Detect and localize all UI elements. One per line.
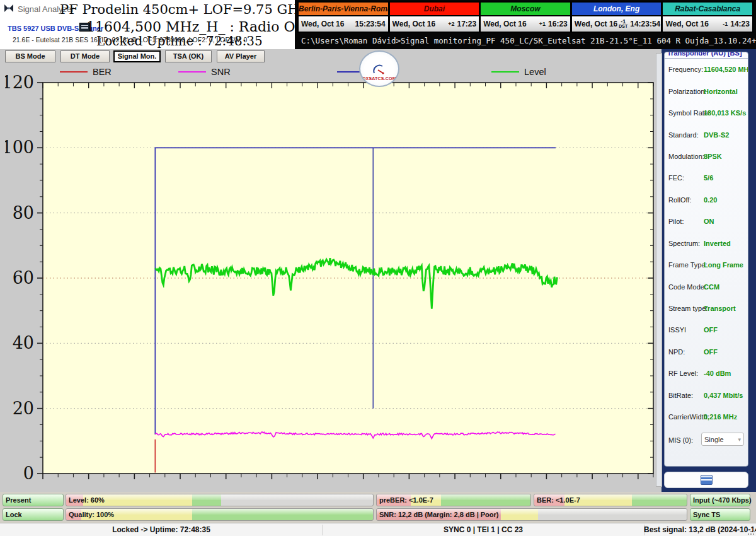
resize-grip[interactable] — [747, 527, 754, 535]
list-icon — [79, 23, 90, 32]
clock-time: 14:23:54 — [630, 20, 660, 28]
svg-text:20: 20 — [13, 399, 34, 418]
mis-value: Single — [704, 436, 724, 443]
row-label: NPD: — [668, 348, 685, 356]
row-value: Transport — [704, 305, 736, 312]
clock-4: Rabat-CasablancaWed, Oct 16-114:23 — [663, 3, 752, 32]
caption-uptime: Locked Uptime : 72:48:35 — [96, 33, 263, 49]
clock-0: Berlin-Paris-Vienna-RomaWed, Oct 1615:23… — [299, 3, 388, 32]
row-label: Modulation: — [668, 153, 704, 160]
svg-text:100: 100 — [5, 137, 34, 157]
svg-text:120: 120 — [5, 73, 34, 92]
clock-date: Wed, Oct 16 — [483, 20, 526, 28]
clock-1: DubaiWed, Oct 16+217:23 — [390, 3, 479, 32]
row-label: RF Level: — [668, 370, 698, 377]
statusbar-sync: SYNC 0 | TEI 1 | CC 23 — [323, 523, 644, 536]
present-indicator: Present — [3, 494, 64, 506]
svg-text:Level: Level — [524, 67, 546, 77]
input-indicator: Input (~470 Kbps) — [690, 494, 750, 506]
sync-ts-indicator: Sync TS — [690, 508, 750, 521]
svg-text:SNR: SNR — [211, 67, 231, 77]
statusbar: Locked -> Uptime: 72:48:35 SYNC 0 | TEI … — [0, 523, 756, 536]
transponder-row: Pilot:ON — [665, 211, 748, 232]
row-label: FEC: — [668, 174, 684, 182]
save-capture-button[interactable] — [664, 472, 748, 488]
clock-2: MoscowWed, Oct 16+116:23 — [481, 3, 570, 32]
level-bar: Level: 60% — [66, 494, 374, 506]
row-value: -40 dBm — [704, 370, 731, 377]
transponder-row: ISSYIOFF — [665, 319, 748, 341]
row-value: ON — [704, 218, 714, 225]
row-value: OFF — [704, 348, 718, 356]
row-value: Inverted — [704, 240, 731, 247]
row-label: Frame Type: — [668, 261, 707, 269]
row-value: 0,216 MHz — [704, 413, 737, 421]
transponder-row: FEC:5/6 — [665, 167, 748, 189]
row-value: DVB-S2 — [704, 131, 729, 139]
transponder-row: Code Mode:CCM — [665, 276, 748, 297]
row-value: 11604,520 MHz — [704, 66, 748, 73]
row-label: ISSYI — [668, 326, 686, 334]
clock-date: Wed, Oct 16 — [301, 20, 344, 28]
svg-text:80: 80 — [13, 203, 34, 223]
row-label: BitRate: — [668, 392, 693, 399]
clock-city: London, Eng — [572, 3, 662, 15]
row-value: 5/6 — [704, 174, 713, 182]
clock-utc-offset: -1 — [721, 22, 729, 26]
clock-date: Wed, Oct 16 — [575, 20, 617, 28]
status-bars-band: Present Level: 60% preBER: <1.0E-7 BER: … — [0, 492, 756, 523]
chevron-down-icon: ▾ — [738, 436, 741, 443]
app-icon — [4, 4, 14, 13]
svg-text:40: 40 — [13, 333, 34, 352]
row-label: Spectrum: — [668, 240, 700, 247]
world-clocks: Berlin-Paris-Vienna-RomaWed, Oct 1615:23… — [297, 1, 753, 33]
row-label: RollOff: — [668, 196, 691, 204]
row-value: Long Frame — [704, 261, 743, 269]
row-value: CCM — [704, 283, 719, 291]
transponder-row: CarrierWidth:0,216 MHz — [665, 406, 748, 428]
row-label: Code Mode: — [668, 283, 706, 291]
caption-frequency: 11604,500 MHz_H_ : Radio Oujda — [86, 19, 326, 35]
row-label: Polarization: — [668, 88, 707, 95]
clock-utc-offset: -1DST — [617, 20, 629, 28]
statusbar-uptime: Locked -> Uptime: 72:48:35 — [0, 523, 323, 536]
satellite-dish-icon — [372, 64, 386, 76]
transponder-row: Stream type:Transport — [665, 298, 748, 319]
console-prompt: C:\Users\Roman Dávid>Signal monitoring_P… — [301, 36, 756, 45]
row-label: Stream type: — [668, 305, 707, 312]
clock-time: 14:23 — [730, 20, 750, 28]
lock-indicator: Lock — [3, 508, 64, 521]
console-window[interactable]: Berlin-Paris-Vienna-RomaWed, Oct 1615:23… — [295, 0, 756, 49]
clock-datetime: Wed, Oct 16+116:23 — [481, 16, 570, 32]
row-label: Pilot: — [668, 218, 684, 225]
transponder-row: NPD:OFF — [665, 341, 748, 363]
snr-bar: SNR: 12,2 dB (Margin: 2,8 dB | Poor) — [376, 508, 687, 521]
dxsatcs-text: DXSATCS.COM — [362, 76, 396, 81]
row-label: Standard: — [668, 131, 699, 139]
row-value: 0.20 — [704, 196, 717, 204]
row-value: OFF — [704, 326, 718, 334]
vertical-scrollbar[interactable] — [656, 53, 662, 487]
row-value: 8PSK — [704, 153, 722, 160]
mis-dropdown[interactable]: Single ▾ — [701, 433, 744, 446]
transponder-panel: Transponder (AU) [BS] Frequency:11604,52… — [664, 52, 748, 467]
row-label: Frequency: — [668, 66, 703, 73]
transponder-row: Frame Type:Long Frame — [665, 254, 748, 276]
row-value: Horizontal — [704, 88, 738, 95]
transponder-row: RollOff:0.20 — [665, 189, 748, 211]
transponder-panel-title: Transponder (AU) [BS] — [667, 52, 748, 57]
window-titlebar: Signal Analyzer PF Prodelin 450cm+ LOF=9… — [0, 0, 296, 49]
clock-utc-offset: +2 — [447, 22, 455, 26]
transponder-row: Standard:DVB-S2 — [665, 124, 748, 145]
ber-bar: BER: <1.0E-7 — [534, 494, 687, 506]
signal-chart-plot[interactable]: 020406080100120BERSNRQualityLevel — [5, 61, 662, 494]
clock-datetime: Wed, Oct 16-114:23 — [663, 16, 752, 32]
clock-city: Berlin-Paris-Vienna-Roma — [299, 3, 388, 15]
clock-utc-offset: +1 — [538, 22, 547, 26]
svg-text:0: 0 — [23, 463, 34, 483]
clock-datetime: Wed, Oct 1615:23:54 — [299, 16, 388, 32]
transponder-row: Frequency:11604,520 MHz — [665, 59, 748, 80]
clock-time: 15:23:54 — [355, 20, 386, 28]
clock-city: Moscow — [481, 3, 570, 15]
transponder-row: Polarization:Horizontal — [665, 80, 748, 102]
